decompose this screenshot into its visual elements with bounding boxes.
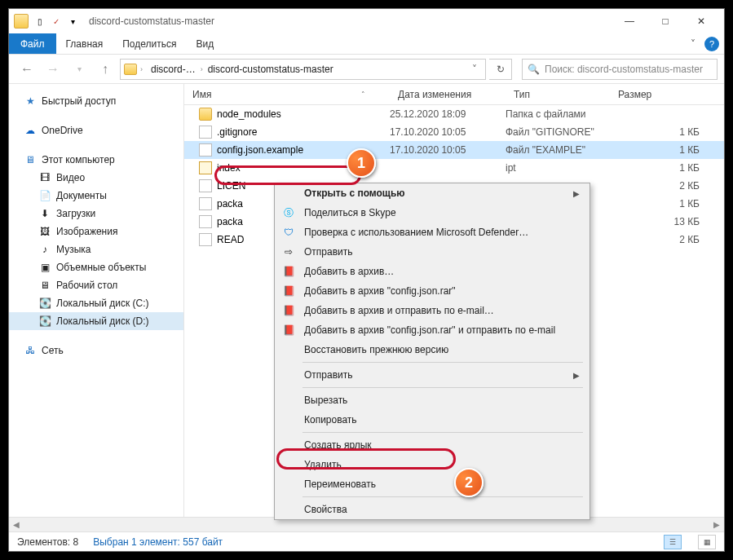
refresh-button[interactable]: ↻	[489, 59, 512, 80]
file-size: 1 КБ	[610, 126, 724, 138]
tab-home[interactable]: Главная	[56, 33, 113, 54]
sidebar-3dobjects[interactable]: ▣Объемные объекты	[9, 258, 183, 276]
blank-icon	[280, 477, 298, 492]
qat-item[interactable]: ▯	[33, 15, 46, 28]
file-name: packa	[217, 198, 243, 209]
rar-icon: 📕	[280, 264, 298, 279]
column-type[interactable]: Тип	[506, 89, 610, 100]
file-name: LICEN	[217, 180, 245, 192]
search-placeholder: Поиск: discord-customstatus-master	[545, 64, 703, 75]
file-row[interactable]: config.json.example17.10.2020 10:05Файл …	[184, 141, 724, 159]
file-date: 17.10.2020 10:05	[390, 126, 506, 138]
file-size: 1 КБ	[610, 144, 724, 156]
sidebar-quick-access[interactable]: ★Быстрый доступ	[9, 92, 183, 110]
ctx-shortcut[interactable]: Создать ярлык	[275, 435, 589, 455]
file-size: 13 КБ	[610, 216, 724, 227]
blank-icon	[280, 502, 298, 517]
shield-icon: 🛡	[280, 225, 298, 240]
sidebar-music[interactable]: ♪Музыка	[9, 240, 183, 258]
sidebar-desktop[interactable]: 🖥Рабочий стол	[9, 276, 183, 294]
ctx-archive-rar[interactable]: 📕Добавить в архив "config.json.rar"	[275, 281, 589, 301]
ctx-properties[interactable]: Свойства	[275, 500, 589, 519]
maximize-button[interactable]: □	[647, 10, 683, 33]
file-row[interactable]: node_modules25.12.2020 18:09Папка с файл…	[184, 105, 724, 123]
ctx-rename[interactable]: Переименовать	[275, 474, 589, 494]
ctx-copy[interactable]: Копировать	[275, 410, 589, 430]
sidebar-disk-c[interactable]: 💽Локальный диск (C:)	[9, 294, 183, 312]
sidebar-network[interactable]: 🖧Сеть	[9, 342, 183, 359]
ctx-archive-send[interactable]: 📕Добавить в архив и отправить по e-mail…	[275, 301, 589, 320]
status-bar: Элементов: 8 Выбран 1 элемент: 557 байт …	[9, 531, 724, 551]
column-date[interactable]: Дата изменения	[390, 89, 506, 100]
column-size[interactable]: Размер	[610, 89, 724, 100]
column-name[interactable]: Имя˄	[184, 89, 390, 100]
help-icon[interactable]: ?	[704, 37, 719, 51]
ctx-send-to[interactable]: Отправить▶	[275, 365, 589, 385]
back-button[interactable]: ←	[15, 58, 38, 81]
file-size: 2 КБ	[610, 234, 724, 245]
ctx-archive[interactable]: 📕Добавить в архив…	[275, 262, 589, 281]
cube-icon: ▣	[38, 261, 51, 274]
qat-dropdown[interactable]: ▾	[66, 15, 79, 28]
tab-share[interactable]: Поделиться	[113, 33, 186, 54]
qat-item[interactable]: ✓	[50, 15, 63, 28]
chevron-right-icon: ▶	[573, 371, 580, 380]
view-details-button[interactable]: ☰	[664, 535, 682, 549]
pictures-icon: 🖼	[38, 225, 51, 238]
sidebar: ★Быстрый доступ ☁OneDrive 🖥Этот компьюте…	[9, 84, 184, 531]
folder-icon	[199, 108, 212, 121]
up-button[interactable]: ↑	[94, 58, 117, 81]
search-input[interactable]: 🔍 Поиск: discord-customstatus-master	[522, 59, 718, 80]
file-icon	[199, 161, 212, 174]
file-name: config.json.example	[217, 144, 303, 156]
ctx-send[interactable]: ⇨Отправить	[275, 242, 589, 262]
close-button[interactable]: ✕	[683, 10, 719, 33]
sidebar-thispc[interactable]: 🖥Этот компьютер	[9, 151, 183, 169]
address-bar[interactable]: › discord-… › discord-customstatus-maste…	[120, 59, 486, 80]
sidebar-downloads[interactable]: ⬇Загрузки	[9, 205, 183, 223]
ctx-archive-rar-send[interactable]: 📕Добавить в архив "config.json.rar" и от…	[275, 320, 589, 340]
drive-icon: 💽	[38, 297, 51, 310]
ctx-open-with[interactable]: Открыть с помощью▶	[275, 183, 589, 203]
sidebar-disk-d[interactable]: 💽Локальный диск (D:)	[9, 312, 183, 330]
file-row[interactable]: indexipt1 КБ	[184, 159, 724, 177]
ctx-delete[interactable]: Удалить	[275, 455, 589, 474]
breadcrumb-segment[interactable]: discord-customstatus-master	[203, 64, 338, 75]
folder-icon	[124, 64, 137, 75]
ribbon-expand[interactable]: ˅	[682, 33, 704, 54]
scroll-right-button[interactable]: ▶	[709, 520, 724, 529]
ctx-defender[interactable]: 🛡Проверка с использованием Microsoft Def…	[275, 223, 589, 242]
drive-icon: 💽	[38, 315, 51, 328]
file-icon	[199, 233, 212, 246]
cloud-icon: ☁	[24, 124, 37, 137]
rar-icon: 📕	[280, 323, 298, 337]
context-menu: Открыть с помощью▶ ⓢПоделиться в Skype 🛡…	[274, 183, 590, 520]
file-type: Файл "EXAMPLE"	[506, 144, 610, 156]
separator	[302, 496, 583, 497]
ctx-restore[interactable]: Восстановить прежнюю версию	[275, 340, 589, 359]
column-headers: Имя˄ Дата изменения Тип Размер	[184, 84, 724, 105]
sidebar-pictures[interactable]: 🖼Изображения	[9, 223, 183, 240]
rar-icon: 📕	[280, 284, 298, 298]
callout-badge-2: 2	[454, 468, 484, 497]
sidebar-video[interactable]: 🎞Видео	[9, 169, 183, 187]
file-row[interactable]: .gitignore17.10.2020 10:05Файл "GITIGNOR…	[184, 123, 724, 141]
blank-icon	[280, 368, 298, 382]
view-large-button[interactable]: ▦	[698, 535, 716, 549]
ctx-skype[interactable]: ⓢПоделиться в Skype	[275, 203, 589, 223]
minimize-button[interactable]: —	[612, 10, 647, 33]
forward-button[interactable]: →	[42, 58, 64, 81]
ctx-cut[interactable]: Вырезать	[275, 390, 589, 410]
file-type: ipt	[506, 162, 610, 174]
tab-view[interactable]: Вид	[186, 33, 223, 54]
address-dropdown[interactable]: ˅	[467, 64, 482, 75]
tab-file[interactable]: Файл	[9, 33, 56, 54]
titlebar: ▯ ✓ ▾ discord-customstatus-master — □ ✕	[9, 9, 724, 33]
breadcrumb-segment[interactable]: discord-…	[146, 64, 201, 75]
history-dropdown[interactable]: ▾	[68, 58, 91, 81]
sidebar-onedrive[interactable]: ☁OneDrive	[9, 121, 183, 139]
scroll-left-button[interactable]: ◀	[9, 520, 24, 529]
sidebar-documents[interactable]: 📄Документы	[9, 187, 183, 205]
file-name: index	[217, 162, 241, 174]
file-size: 1 КБ	[610, 162, 724, 174]
